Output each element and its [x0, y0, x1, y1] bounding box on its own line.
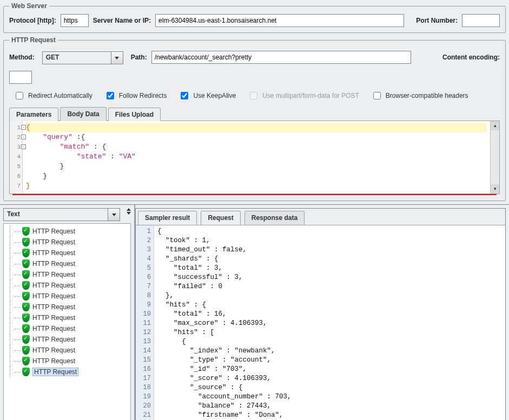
tab-response-data[interactable]: Response data: [244, 211, 305, 225]
success-icon: [22, 368, 30, 376]
tree-item[interactable]: HTTP Request: [5, 237, 129, 248]
success-icon: [22, 346, 30, 355]
response-panel: Sampler result Request Response data 123…: [135, 208, 506, 420]
follow-redirects-checkbox[interactable]: Follow Redirects: [104, 90, 167, 101]
success-icon: [22, 249, 30, 257]
http-request-legend: HTTP Request: [9, 36, 58, 44]
multipart-checkbox: Use multipart/form-data for POST: [248, 90, 359, 101]
tree-item[interactable]: HTTP Request: [5, 323, 129, 334]
chevron-down-icon: [108, 209, 120, 221]
success-icon: [22, 324, 30, 333]
tab-request[interactable]: Request: [201, 211, 240, 225]
tree-item[interactable]: HTTP Request: [5, 302, 129, 312]
method-label: Method:: [9, 54, 35, 61]
editor-gutter: 1−2−3−4567: [10, 121, 23, 194]
browser-headers-checkbox[interactable]: Browser-compatible headers: [371, 90, 468, 101]
request-tabs: Parameters Body Data Files Upload: [9, 106, 500, 121]
web-server-legend: Web Server: [9, 2, 49, 10]
success-icon: [22, 314, 30, 322]
server-input[interactable]: [155, 14, 404, 27]
tree-item[interactable]: HTTP Request: [5, 345, 129, 356]
editor-content[interactable]: { "query" :{ "match" : { "state" : "VA" …: [23, 121, 490, 194]
editor-scrollbar[interactable]: ▴ ▾: [490, 121, 499, 194]
tab-parameters[interactable]: Parameters: [9, 108, 58, 121]
tree-item[interactable]: HTTP Request: [5, 356, 129, 366]
tree-item[interactable]: HTTP Request: [5, 291, 129, 302]
server-label: Server Name or IP:: [93, 17, 151, 24]
results-tree-panel: Text HTTP RequestHTTP RequestHTTP Reques…: [0, 205, 135, 420]
web-server-group: Web Server Protocol [http]: Server Name …: [3, 2, 506, 33]
protocol-label: Protocol [http]:: [9, 17, 56, 24]
chevron-up-icon: [127, 208, 131, 211]
tree-item[interactable]: HTTP Request: [5, 258, 129, 269]
http-request-group: HTTP Request Method: GET Path: Content e…: [3, 36, 506, 201]
tree-item[interactable]: HTTP Request: [5, 269, 129, 280]
success-icon: [22, 357, 30, 365]
view-combo[interactable]: Text: [3, 208, 120, 221]
tree-item[interactable]: HTTP Request: [5, 312, 129, 323]
success-icon: [22, 270, 30, 279]
path-input[interactable]: [151, 51, 411, 64]
error-underline: [12, 194, 497, 195]
results-tree[interactable]: HTTP RequestHTTP RequestHTTP RequestHTTP…: [3, 223, 131, 420]
success-icon: [22, 303, 30, 311]
keepalive-checkbox[interactable]: Use KeepAlive: [179, 90, 236, 101]
response-gutter: 1234567891011121314151617181920212223: [136, 225, 154, 420]
tree-item[interactable]: HTTP Request: [5, 366, 129, 377]
scroll-down-icon[interactable]: ▾: [491, 184, 499, 194]
chevron-down-icon: [127, 212, 131, 215]
scroll-up-icon[interactable]: ▴: [491, 121, 499, 130]
port-input[interactable]: [462, 14, 500, 27]
method-select[interactable]: GET: [42, 51, 123, 64]
success-icon: [22, 281, 30, 290]
port-label: Port Number:: [416, 17, 458, 24]
tab-sampler-result[interactable]: Sampler result: [138, 211, 197, 225]
success-icon: [22, 259, 30, 268]
tree-item[interactable]: HTTP Request: [5, 226, 129, 237]
chevron-down-icon: [111, 52, 123, 64]
redirect-auto-checkbox[interactable]: Redirect Automatically: [14, 90, 92, 101]
tree-item[interactable]: HTTP Request: [5, 280, 129, 291]
response-editor[interactable]: 1234567891011121314151617181920212223 { …: [136, 225, 505, 420]
success-icon: [22, 238, 30, 246]
panel-collapse[interactable]: [123, 205, 134, 223]
success-icon: [22, 335, 30, 344]
tab-files-upload[interactable]: Files Upload: [108, 108, 161, 121]
response-content[interactable]: { "took" : 1, "timed_out" : false, "_sha…: [154, 225, 505, 420]
protocol-input[interactable]: [61, 14, 89, 27]
success-icon: [22, 292, 30, 301]
encoding-input[interactable]: [9, 71, 32, 84]
tab-body-data[interactable]: Body Data: [60, 107, 106, 121]
path-label: Path:: [131, 54, 147, 61]
body-editor[interactable]: 1−2−3−4567 { "query" :{ "match" : { "sta…: [9, 121, 500, 194]
success-icon: [22, 227, 30, 236]
tree-item[interactable]: HTTP Request: [5, 334, 129, 345]
response-tabs: Sampler result Request Response data: [136, 209, 505, 225]
tree-item[interactable]: HTTP Request: [5, 248, 129, 258]
encoding-label: Content encoding:: [442, 54, 500, 61]
